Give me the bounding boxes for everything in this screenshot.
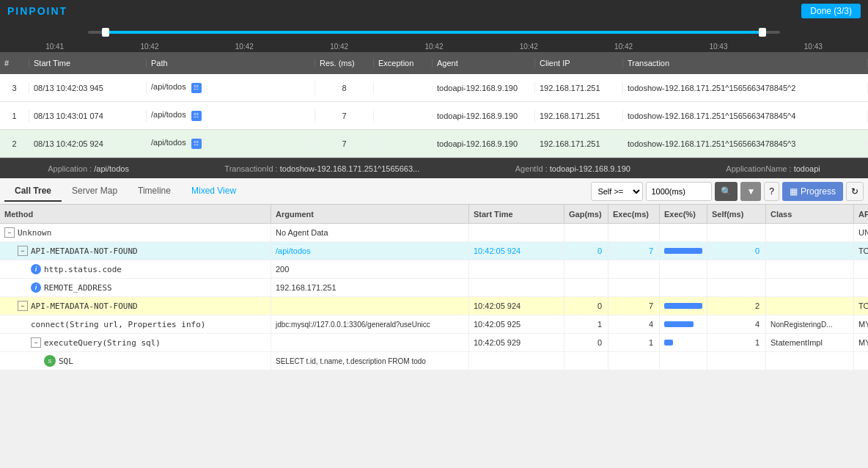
call-tree-row[interactable]: i http.status.code 200 — [0, 260, 868, 279]
cth-start-time: Start Time — [469, 205, 564, 224]
info-icon: i — [31, 282, 41, 293]
path-icon[interactable]: ☷ — [191, 111, 202, 121]
table-row[interactable]: 3 08/13 10:42:03 945 /api/todos ☷ 8 todo… — [0, 74, 868, 102]
timeline-handle-right[interactable] — [759, 28, 766, 37]
expand-icon[interactable]: − — [4, 227, 15, 238]
tab-bar: Call Tree Server Map Timeline Mixed View… — [0, 178, 868, 205]
ct-api: MYSQL(ge — [854, 315, 868, 333]
expand-icon[interactable]: − — [18, 246, 28, 256]
call-tree-row[interactable]: connect(String url, Properties info) jdb… — [0, 315, 868, 334]
ct-gap: 0 — [564, 242, 608, 260]
logo: PINPOINT — [7, 5, 67, 17]
sql-icon: S — [44, 355, 56, 367]
cell-transaction: todoshow-192.168.171.251^1565663478845^4 — [623, 110, 868, 122]
info-transaction: TransactionId : todoshow-192.168.171.251… — [224, 164, 419, 173]
ct-method-cell: i http.status.code — [0, 260, 271, 278]
th-res-ms[interactable]: Res. (ms) — [315, 59, 374, 67]
transaction-table-header: # Start Time Path Res. (ms) Exception Ag… — [0, 52, 868, 74]
cell-exception — [374, 87, 433, 89]
transaction-table-body: 3 08/13 10:42:03 945 /api/todos ☷ 8 todo… — [0, 74, 868, 158]
timeline-label-5: 10:42 — [520, 43, 538, 51]
info-application: Application : /api/todos — [48, 164, 129, 173]
timeline-label-4: 10:42 — [424, 43, 443, 51]
search-button[interactable]: 🔍 — [715, 182, 738, 201]
cell-path: /api/todos ☷ — [147, 109, 315, 123]
ct-start-time: 10:42:05 925 — [469, 315, 564, 333]
ct-self: 1 — [707, 334, 766, 351]
ct-class — [766, 297, 854, 315]
ct-exec: 4 — [608, 315, 660, 333]
call-tree-row[interactable]: − Unknown No Agent Data UNKNOWN — [0, 224, 868, 242]
info-agent: AgentId : todoapi-192.168.9.190 — [515, 164, 630, 173]
done-button[interactable]: Done (3/3) — [801, 4, 861, 18]
cth-class: Class — [766, 205, 854, 224]
cell-num: 3 — [0, 82, 29, 94]
cell-num: 2 — [0, 138, 29, 150]
ct-exec: 7 — [608, 242, 660, 260]
call-tree-row[interactable]: − executeQuery(String sql) 10:42:05 929 … — [0, 334, 868, 352]
ct-start-time — [469, 279, 564, 296]
ct-start-time — [469, 224, 564, 241]
call-tree-row[interactable]: − API-METADATA-NOT-FOUND /api/todos 10:4… — [0, 242, 868, 260]
ct-class — [766, 279, 854, 296]
help-button[interactable]: ? — [764, 182, 779, 201]
tab-timeline[interactable]: Timeline — [128, 181, 181, 202]
th-exception: Exception — [374, 59, 433, 67]
timeline-track[interactable] — [88, 31, 780, 34]
tab-mixed-view[interactable]: Mixed View — [181, 181, 246, 202]
tab-call-tree[interactable]: Call Tree — [4, 181, 62, 202]
exec-bar — [664, 248, 702, 254]
call-tree-header: Method Argument Start Time Gap(ms) Exec(… — [0, 205, 868, 224]
progress-icon: ▦ — [790, 186, 798, 197]
cell-agent: todoapi-192.168.9.190 — [433, 82, 535, 94]
exec-bar — [664, 340, 673, 345]
ct-argument: /api/todos — [271, 242, 469, 260]
filter-input[interactable] — [646, 182, 712, 201]
timeline-label-6: 10:42 — [614, 43, 633, 51]
call-tree-row[interactable]: i REMOTE_ADDRESS 192.168.171.251 — [0, 279, 868, 297]
cell-res-ms: 7 — [315, 110, 374, 122]
cth-gap: Gap(ms) — [564, 205, 608, 224]
path-icon[interactable]: ☷ — [191, 139, 202, 149]
ct-api — [854, 352, 868, 370]
cell-num: 1 — [0, 110, 29, 122]
timeline-bar — [0, 22, 868, 43]
cell-agent: todoapi-192.168.9.190 — [433, 110, 535, 122]
refresh-button[interactable]: ↻ — [846, 182, 864, 201]
th-path: Path — [147, 59, 315, 67]
tab-server-map[interactable]: Server Map — [62, 181, 128, 202]
ct-class — [766, 224, 854, 241]
method-name: API-METADATA-NOT-FOUND — [31, 301, 138, 311]
expand-icon[interactable]: − — [18, 301, 28, 311]
ct-gap — [564, 224, 608, 241]
info-icon: i — [31, 264, 41, 274]
cell-path: /api/todos ☷ — [147, 81, 315, 95]
ct-method-cell: − API-METADATA-NOT-FOUND — [0, 242, 271, 260]
ct-class — [766, 260, 854, 278]
ct-api: TOMCAT_M — [854, 297, 868, 315]
filter-select[interactable]: Self >= Exec >= — [591, 182, 643, 201]
path-icon[interactable]: ☷ — [191, 83, 202, 93]
cell-client-ip: 192.168.171.251 — [535, 82, 623, 94]
expand-icon[interactable]: − — [31, 337, 41, 348]
timeline-label-1: 10:42 — [140, 43, 158, 51]
ct-start-time: 10:42:05 924 — [469, 297, 564, 315]
filter-down-button[interactable]: ▼ — [740, 182, 761, 201]
call-tree-row[interactable]: − API-METADATA-NOT-FOUND 10:42:05 924 0 … — [0, 297, 868, 315]
ct-exec-pct — [660, 242, 707, 260]
th-transaction: Transaction — [623, 59, 868, 67]
table-row[interactable]: 1 08/13 10:43:01 074 /api/todos ☷ 7 todo… — [0, 102, 868, 130]
ct-api: TOMCAT — [854, 242, 868, 260]
ct-method-cell: − Unknown — [0, 224, 271, 241]
timeline-handle-left[interactable] — [102, 28, 109, 37]
table-row[interactable]: 2 08/13 10:42:05 924 /api/todos ☷ 7 todo… — [0, 130, 868, 158]
ct-exec — [608, 260, 660, 278]
ct-exec — [608, 352, 660, 370]
cth-self: Self(ms) — [707, 205, 766, 224]
cth-exec-pct: Exec(%) — [660, 205, 707, 224]
progress-button[interactable]: ▦ Progress — [782, 182, 843, 201]
ct-exec-pct — [660, 224, 707, 241]
call-tree-row[interactable]: S SQL SELECT t.id, t.name, t.description… — [0, 352, 868, 370]
th-num: # — [0, 59, 29, 67]
method-name: executeQuery(String sql) — [44, 338, 161, 348]
